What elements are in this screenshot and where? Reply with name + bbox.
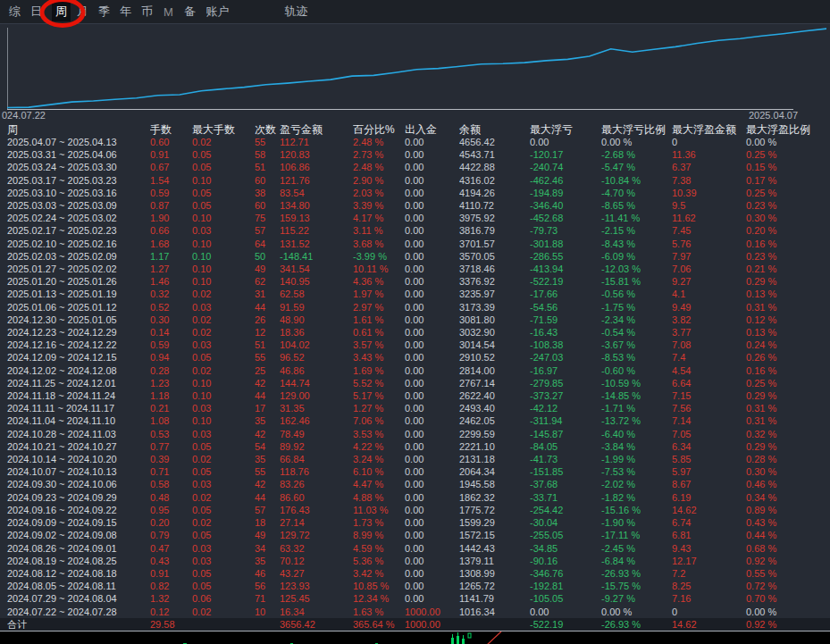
cell-pnl: 70.12 [280,555,353,567]
table-row[interactable]: 2024.10.14 ~ 2024.10.200.390.023566.843.… [0,453,830,465]
cell-in-out: 0.00 [405,238,459,250]
table-row[interactable]: 2024.12.23 ~ 2024.12.290.140.021218.360.… [0,326,830,339]
cell-max-float-loss: -311.94 [530,414,601,427]
table-row[interactable]: 2024.12.02 ~ 2024.12.080.280.022546.861.… [0,364,830,377]
menu-tab-月[interactable]: 月 [77,4,88,20]
col-header-max-float-profit-pct: 最大浮盈比例 [746,123,830,136]
table-row[interactable]: 2024.11.25 ~ 2024.12.011.230.1042144.745… [0,377,830,389]
cell-max-float-profit-pct: 0.29 % [746,275,830,288]
table-row[interactable]: 2024.09.16 ~ 2024.09.220.950.0557176.431… [0,504,830,516]
table-row[interactable]: 2024.12.30 ~ 2025.01.050.300.022648.901.… [0,314,830,326]
cell-balance: 3173.39 [459,301,530,314]
cell-pct: 2.73 % [353,148,405,161]
cell-pnl: 115.22 [280,224,353,237]
cell-lots: 0.66 [150,224,192,237]
cell-max-float-loss-pct: -3.84 % [601,440,672,453]
cell-max-float-profit-pct: 0.25 % [746,377,830,389]
table-row[interactable]: 2024.09.02 ~ 2024.09.080.790.0549129.728… [0,529,830,541]
cell-lots: 1.54 [150,174,192,187]
cell-max-float-profit: 4.1 [672,288,746,300]
cell-max-float-loss: -413.94 [530,263,601,275]
menu-tab-币[interactable]: 币 [141,4,153,20]
table-row[interactable]: 2025.04.07 ~ 2025.04.130.600.0255112.712… [0,136,830,148]
table-row[interactable]: 2024.11.04 ~ 2024.11.101.080.1035162.467… [0,414,830,427]
cell-pct: 1.73 % [353,516,405,529]
cell-pct: 3.24 % [353,453,405,465]
table-row[interactable]: 2024.10.21 ~ 2024.10.270.770.055489.924.… [0,440,830,453]
table-row[interactable]: 2024.09.09 ~ 2024.09.150.200.021827.141.… [0,516,830,529]
table-row[interactable]: 2025.03.24 ~ 2025.03.300.670.0551106.862… [0,161,830,173]
menu-tab-M[interactable]: M [163,5,174,19]
cell-count: 55 [255,351,280,364]
cell-pnl: 129.72 [280,529,353,541]
cell-week: 2025.01.13 ~ 2025.01.19 [7,288,150,300]
table-row[interactable]: 2024.08.26 ~ 2024.09.010.470.033463.324.… [0,542,830,555]
cell-pct: 10.11 % [353,263,405,275]
cell-count: 42 [255,428,280,440]
table-row[interactable]: 2024.12.09 ~ 2024.12.150.940.055596.523.… [0,351,830,364]
cell-max-float-loss: -41.73 [530,453,601,465]
cell-week: 2024.09.16 ~ 2024.09.22 [7,504,150,516]
col-header-week: 周 [7,123,150,136]
cell-max-float-loss: -240.74 [530,161,601,173]
cell-lots: 0.82 [150,580,192,592]
table-row[interactable]: 2024.09.30 ~ 2024.10.060.580.034283.264.… [0,478,830,490]
table-row[interactable]: 2024.08.19 ~ 2024.08.250.430.033570.125.… [0,555,830,567]
menu-tab-轨迹[interactable]: 轨迹 [284,4,308,20]
cell-week: 2024.07.22 ~ 2024.07.28 [7,606,150,618]
cell-max-float-loss: -79.73 [530,224,601,237]
table-row[interactable]: 2025.02.17 ~ 2025.02.230.660.0357115.223… [0,224,830,237]
menu-tab-日[interactable]: 日 [30,4,42,20]
cell-in-out: 0.00 [405,377,459,389]
cell-week: 2025.01.06 ~ 2025.01.12 [7,301,150,314]
cell-lots: 1.17 [150,250,192,263]
cell-max-float-loss-pct: -8.65 % [601,199,672,212]
cell-max-lots: 0.03 [192,478,255,490]
cell-lots: 1.32 [150,592,192,605]
cell-in-out: 0.00 [405,314,459,326]
cell-week: 2025.03.24 ~ 2025.03.30 [7,161,150,173]
menu-tab-周[interactable]: 周 [52,2,71,21]
cell-max-float-profit-pct: 0.92 % [746,555,830,567]
table-row[interactable]: 2024.09.23 ~ 2024.09.290.480.024486.604.… [0,491,830,504]
cell-count: 44 [255,301,280,314]
menu-tab-年[interactable]: 年 [120,4,131,20]
cell-balance: 1442.43 [459,542,530,555]
table-row[interactable]: 2024.08.05 ~ 2024.08.110.820.0556123.931… [0,580,830,592]
table-row[interactable]: 2024.12.16 ~ 2024.12.220.590.0351104.023… [0,339,830,351]
cell-max-float-loss-pct: -10.59 % [601,377,672,389]
cell-max-float-profit-pct: 0.24 % [746,339,830,351]
cell-in-out: 0.00 [405,351,459,364]
cell-lots: 0.20 [150,516,192,529]
table-row[interactable]: 2025.02.24 ~ 2025.03.021.900.1075159.134… [0,212,830,224]
table-row[interactable]: 2025.02.10 ~ 2025.02.161.680.1064131.523… [0,238,830,250]
menu-tab-综[interactable]: 综 [9,4,21,20]
col-header-max-lots: 最大手数 [192,123,255,136]
table-row[interactable]: 2025.01.27 ~ 2025.02.021.270.1049341.541… [0,263,830,275]
table-row[interactable]: 2024.10.07 ~ 2024.10.130.710.0555118.766… [0,465,830,478]
table-row[interactable]: 2024.07.22 ~ 2024.07.280.120.021016.341.… [0,606,830,618]
table-row[interactable]: 2025.03.03 ~ 2025.03.090.870.0560134.803… [0,199,830,212]
table-row[interactable]: 2025.03.17 ~ 2025.03.231.540.1060121.762… [0,174,830,187]
table-row[interactable]: 2025.01.13 ~ 2025.01.190.320.023162.581.… [0,288,830,300]
menu-tab-季[interactable]: 季 [98,4,110,20]
table-row[interactable]: 2024.11.18 ~ 2024.11.241.180.1044129.005… [0,389,830,402]
table-row[interactable]: 2025.03.10 ~ 2025.03.160.590.053883.542.… [0,187,830,199]
table-row[interactable]: 2024.10.28 ~ 2024.11.030.530.034278.493.… [0,428,830,440]
cell-week: 2024.07.29 ~ 2024.08.04 [7,592,150,605]
table-row[interactable]: 2025.01.20 ~ 2025.01.261.460.1062140.954… [0,275,830,288]
table-row[interactable]: 2025.02.03 ~ 2025.02.091.170.1050-148.41… [0,250,830,263]
menu-tab-备[interactable]: 备 [184,4,196,20]
cell-in-out: 0.00 [405,288,459,300]
cell-week: 2025.01.20 ~ 2025.01.26 [7,275,150,288]
table-row[interactable]: 2025.01.06 ~ 2025.01.120.520.034491.592.… [0,301,830,314]
table-row[interactable]: 2024.08.12 ~ 2024.08.180.910.054643.273.… [0,567,830,580]
chart-end-date: 2025.04.07 [749,110,798,121]
menu-tab-账户[interactable]: 账户 [205,4,230,20]
table-row[interactable]: 2025.03.31 ~ 2025.04.060.910.0558120.832… [0,148,830,161]
cell-pnl: 86.60 [280,491,353,504]
cell-max-float-profit: 7.06 [672,263,746,275]
table-row[interactable]: 2024.07.29 ~ 2024.08.041.320.0671125.451… [0,592,830,605]
cell-count: 51 [255,339,280,351]
table-row[interactable]: 2024.11.11 ~ 2024.11.170.210.031731.351.… [0,402,830,414]
